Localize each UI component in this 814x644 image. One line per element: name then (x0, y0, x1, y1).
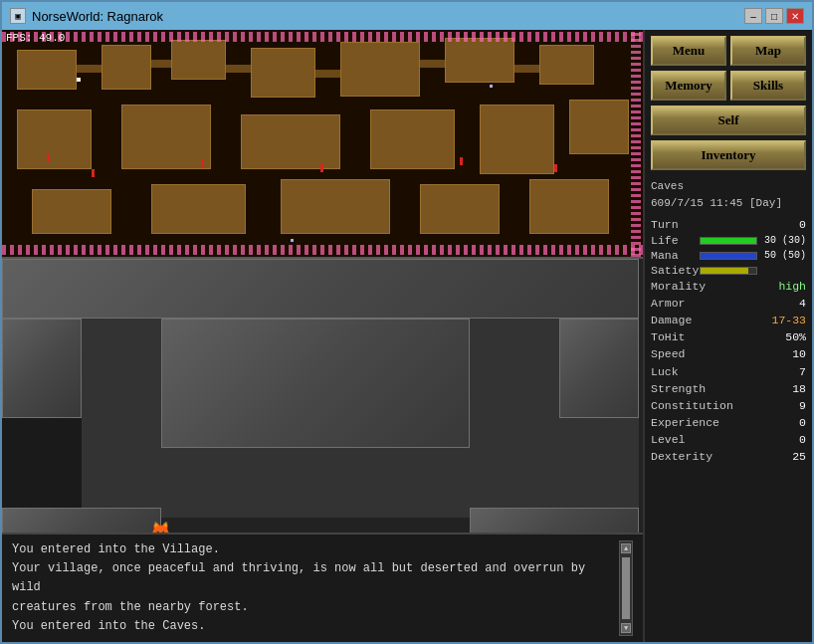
map-room-3 (171, 40, 226, 80)
window-frame: ▣ NorseWorld: Ragnarok – □ ✕ FPS: 49.0 (0, 0, 814, 644)
mana-label: Mana (651, 249, 696, 262)
mana-bar-track (700, 252, 757, 260)
life-label: Life (651, 234, 696, 247)
skills-button[interactable]: Skills (730, 71, 806, 101)
map-room-15 (151, 184, 246, 234)
wall-bot-left (2, 508, 161, 533)
stat-speed-val: 10 (792, 346, 806, 362)
scroll-thumb[interactable] (622, 557, 630, 619)
stats-area: Turn 0 Life 30 (30) Mana (651, 217, 806, 636)
corridor-4 (315, 70, 340, 78)
minimize-button[interactable]: – (744, 8, 762, 24)
map-dot-blue-2 (490, 85, 493, 88)
stat-turn: Turn 0 (651, 217, 806, 233)
location-info: Caves 609/7/15 11:45 [Day] (651, 178, 806, 211)
map-room-9 (121, 105, 211, 169)
map-dot-2 (92, 169, 95, 177)
stat-tohit-label: ToHit (651, 329, 686, 345)
stat-strength-label: Strength (651, 381, 706, 397)
corridor-3 (226, 65, 251, 73)
map-room-18 (529, 179, 609, 234)
stat-speed-label: Speed (651, 346, 686, 362)
scroll-up-button[interactable]: ▲ (621, 543, 631, 553)
window-title: NorseWorld: Ragnarok (32, 9, 163, 24)
self-button[interactable]: Self (651, 106, 806, 135)
map-room-2 (102, 45, 151, 90)
stat-armor-label: Armor (651, 296, 686, 312)
title-bar-left: ▣ NorseWorld: Ragnarok (10, 8, 163, 24)
title-controls: – □ ✕ (744, 8, 804, 24)
corridor-5 (420, 60, 445, 68)
scroll-down-button[interactable]: ▼ (621, 623, 631, 633)
map-item-1 (77, 78, 81, 82)
window-icon: ▣ (10, 8, 26, 24)
btn-row-2: Memory Skills (651, 71, 806, 101)
text-log: You entered into the Village. Your villa… (2, 533, 643, 642)
stat-constitution-val: 9 (799, 398, 806, 414)
stat-level: Level 0 (651, 432, 806, 448)
stat-morality-val: high (778, 279, 806, 295)
stat-constitution-label: Constitution (651, 398, 733, 414)
map-room-14 (32, 189, 111, 234)
stat-level-val: 0 (799, 432, 806, 448)
wall-right-mid (559, 319, 639, 418)
text-log-scrollbar[interactable]: ▲ ▼ (619, 540, 633, 636)
map-room-5 (340, 42, 420, 97)
map-room-8 (17, 109, 92, 169)
life-bar-container: Life 30 (30) (651, 234, 806, 247)
mana-bar-fill (701, 253, 756, 259)
stat-constitution: Constitution 9 (651, 398, 806, 414)
log-line-2: Your village, once peaceful and thriving… (12, 559, 615, 597)
maximize-button[interactable]: □ (765, 8, 783, 24)
stat-luck-label: Luck (651, 364, 679, 380)
map-dot-4 (320, 164, 323, 172)
fps-display: FPS: 49.0 (6, 32, 65, 44)
top-map: FPS: 49.0 (2, 30, 643, 259)
stat-experience-val: 0 (799, 415, 806, 431)
stat-speed: Speed 10 (651, 346, 806, 362)
inventory-button[interactable]: Inventory (651, 140, 806, 170)
stat-experience: Experience 0 (651, 415, 806, 431)
memory-button[interactable]: Memory (651, 71, 726, 101)
stat-tohit: ToHit 50% (651, 329, 806, 345)
satiety-label: Satiety (651, 264, 696, 277)
stat-luck-val: 7 (799, 364, 806, 380)
door-right (470, 319, 559, 448)
stat-dexterity: Dexterity 25 (651, 449, 806, 465)
stat-luck: Luck 7 (651, 364, 806, 380)
log-line-4: You entered into the Caves. (12, 617, 615, 636)
stat-strength: Strength 18 (651, 381, 806, 397)
stat-turn-val: 0 (799, 217, 806, 233)
map-room-13 (569, 100, 629, 154)
map-room-6 (445, 38, 514, 83)
stat-damage-label: Damage (651, 313, 692, 328)
life-bar-fill (701, 238, 756, 244)
satiety-bar-track (700, 267, 757, 275)
dark-left (2, 418, 82, 518)
stat-armor-val: 4 (799, 296, 806, 312)
map-room-10 (241, 114, 340, 169)
satiety-bar-fill (701, 268, 748, 274)
floor-center (161, 448, 470, 518)
map-room-11 (370, 109, 455, 169)
corridor-6 (514, 65, 539, 73)
stat-morality-label: Morality (651, 279, 706, 295)
stat-dexterity-label: Dexterity (651, 449, 712, 465)
close-button[interactable]: ✕ (786, 8, 804, 24)
title-bar: ▣ NorseWorld: Ragnarok – □ ✕ (2, 2, 812, 30)
text-log-content: You entered into the Village. Your villa… (12, 540, 615, 636)
map-room-16 (281, 179, 390, 234)
satiety-bar-container: Satiety (651, 264, 806, 277)
wall-bot-right (470, 508, 639, 533)
map-room-17 (420, 184, 500, 234)
door-left (82, 319, 161, 448)
map-button[interactable]: Map (730, 36, 806, 66)
corridor-1 (77, 65, 102, 73)
corridor-2 (151, 60, 171, 68)
stat-level-label: Level (651, 432, 686, 448)
btn-row-1: Menu Map (651, 36, 806, 66)
menu-button[interactable]: Menu (651, 36, 726, 66)
map-dot-3 (201, 159, 204, 167)
location-date: 609/7/15 11:45 [Day] (651, 195, 806, 212)
location-name: Caves (651, 178, 806, 195)
